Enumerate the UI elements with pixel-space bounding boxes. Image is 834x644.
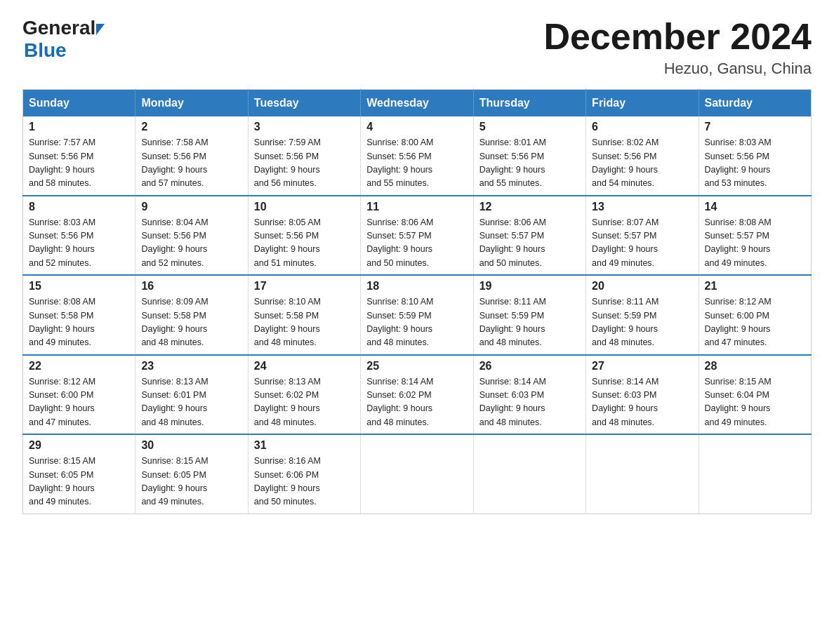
day-info: Sunrise: 8:03 AM Sunset: 5:56 PM Dayligh…	[705, 136, 805, 191]
col-header-tuesday: Tuesday	[248, 90, 360, 117]
day-number: 24	[254, 360, 355, 373]
calendar-cell: 6 Sunrise: 8:02 AM Sunset: 5:56 PM Dayli…	[586, 116, 699, 196]
day-info: Sunrise: 8:10 AM Sunset: 5:59 PM Dayligh…	[366, 295, 467, 350]
day-number: 3	[254, 121, 355, 133]
day-number: 8	[29, 201, 129, 213]
calendar-cell: 11 Sunrise: 8:06 AM Sunset: 5:57 PM Dayl…	[361, 196, 473, 276]
calendar-cell: 25 Sunrise: 8:14 AM Sunset: 6:02 PM Dayl…	[361, 355, 473, 435]
day-info: Sunrise: 7:57 AM Sunset: 5:56 PM Dayligh…	[29, 136, 129, 191]
day-info: Sunrise: 8:14 AM Sunset: 6:02 PM Dayligh…	[366, 375, 467, 430]
day-info: Sunrise: 8:15 AM Sunset: 6:04 PM Dayligh…	[705, 375, 805, 430]
col-header-friday: Friday	[586, 90, 699, 117]
day-info: Sunrise: 8:12 AM Sunset: 6:00 PM Dayligh…	[705, 295, 805, 350]
day-number: 20	[592, 280, 692, 293]
day-number: 29	[29, 439, 129, 452]
day-number: 6	[592, 121, 692, 133]
calendar-cell: 26 Sunrise: 8:14 AM Sunset: 6:03 PM Dayl…	[473, 355, 585, 435]
calendar-cell: 27 Sunrise: 8:14 AM Sunset: 6:03 PM Dayl…	[586, 355, 699, 435]
day-number: 28	[705, 360, 805, 373]
title-area: December 2024 Hezuo, Gansu, China	[543, 17, 812, 78]
day-info: Sunrise: 8:11 AM Sunset: 5:59 PM Dayligh…	[592, 295, 692, 350]
col-header-wednesday: Wednesday	[361, 90, 473, 117]
calendar-cell: 16 Sunrise: 8:09 AM Sunset: 5:58 PM Dayl…	[135, 275, 248, 355]
calendar-cell: 14 Sunrise: 8:08 AM Sunset: 5:57 PM Dayl…	[699, 196, 811, 276]
day-info: Sunrise: 7:58 AM Sunset: 5:56 PM Dayligh…	[141, 136, 241, 191]
day-number: 25	[366, 360, 467, 373]
day-number: 1	[29, 121, 129, 133]
col-header-sunday: Sunday	[23, 90, 135, 117]
col-header-saturday: Saturday	[699, 90, 811, 117]
day-number: 19	[479, 280, 580, 293]
day-number: 31	[254, 439, 355, 452]
day-number: 10	[254, 201, 355, 213]
day-info: Sunrise: 8:07 AM Sunset: 5:57 PM Dayligh…	[592, 216, 692, 271]
calendar-cell: 3 Sunrise: 7:59 AM Sunset: 5:56 PM Dayli…	[248, 116, 360, 196]
calendar-cell: 2 Sunrise: 7:58 AM Sunset: 5:56 PM Dayli…	[135, 116, 248, 196]
logo-arrow-icon	[96, 24, 105, 35]
day-info: Sunrise: 8:03 AM Sunset: 5:56 PM Dayligh…	[29, 216, 129, 271]
logo-general-text: General	[22, 17, 95, 39]
day-number: 12	[479, 201, 580, 213]
page-header: General Blue December 2024 Hezuo, Gansu,…	[22, 17, 812, 78]
day-info: Sunrise: 8:15 AM Sunset: 6:05 PM Dayligh…	[141, 455, 241, 509]
calendar-cell: 5 Sunrise: 8:01 AM Sunset: 5:56 PM Dayli…	[473, 116, 585, 196]
day-number: 9	[141, 201, 241, 213]
calendar-cell	[586, 434, 699, 514]
calendar-cell	[699, 434, 811, 514]
logo: General Blue	[22, 17, 105, 62]
calendar-cell: 31 Sunrise: 8:16 AM Sunset: 6:06 PM Dayl…	[248, 434, 360, 514]
day-info: Sunrise: 8:08 AM Sunset: 5:58 PM Dayligh…	[29, 295, 129, 350]
day-info: Sunrise: 8:00 AM Sunset: 5:56 PM Dayligh…	[366, 136, 467, 191]
day-number: 11	[366, 201, 467, 213]
calendar-cell: 17 Sunrise: 8:10 AM Sunset: 5:58 PM Dayl…	[248, 275, 360, 355]
calendar-cell: 15 Sunrise: 8:08 AM Sunset: 5:58 PM Dayl…	[23, 275, 135, 355]
day-info: Sunrise: 8:16 AM Sunset: 6:06 PM Dayligh…	[254, 455, 355, 509]
calendar-cell: 28 Sunrise: 8:15 AM Sunset: 6:04 PM Dayl…	[699, 355, 811, 435]
location-title: Hezuo, Gansu, China	[543, 60, 812, 78]
day-number: 4	[366, 121, 467, 133]
col-header-monday: Monday	[135, 90, 248, 117]
calendar-cell: 29 Sunrise: 8:15 AM Sunset: 6:05 PM Dayl…	[23, 434, 135, 514]
calendar-cell: 12 Sunrise: 8:06 AM Sunset: 5:57 PM Dayl…	[473, 196, 585, 276]
day-info: Sunrise: 8:06 AM Sunset: 5:57 PM Dayligh…	[366, 216, 467, 271]
day-info: Sunrise: 8:02 AM Sunset: 5:56 PM Dayligh…	[592, 136, 692, 191]
day-number: 30	[141, 439, 241, 452]
day-info: Sunrise: 8:01 AM Sunset: 5:56 PM Dayligh…	[479, 136, 580, 191]
month-title: December 2024	[543, 17, 812, 57]
calendar-cell: 20 Sunrise: 8:11 AM Sunset: 5:59 PM Dayl…	[586, 275, 699, 355]
day-number: 14	[705, 201, 805, 213]
calendar-cell: 9 Sunrise: 8:04 AM Sunset: 5:56 PM Dayli…	[135, 196, 248, 276]
day-info: Sunrise: 8:13 AM Sunset: 6:02 PM Dayligh…	[254, 375, 355, 430]
day-number: 22	[29, 360, 129, 373]
day-number: 16	[141, 280, 241, 293]
day-info: Sunrise: 8:10 AM Sunset: 5:58 PM Dayligh…	[254, 295, 355, 350]
day-info: Sunrise: 7:59 AM Sunset: 5:56 PM Dayligh…	[254, 136, 355, 191]
day-info: Sunrise: 8:05 AM Sunset: 5:56 PM Dayligh…	[254, 216, 355, 271]
calendar-cell: 13 Sunrise: 8:07 AM Sunset: 5:57 PM Dayl…	[586, 196, 699, 276]
day-number: 13	[592, 201, 692, 213]
day-info: Sunrise: 8:04 AM Sunset: 5:56 PM Dayligh…	[141, 216, 241, 271]
day-number: 26	[479, 360, 580, 373]
calendar-cell: 19 Sunrise: 8:11 AM Sunset: 5:59 PM Dayl…	[473, 275, 585, 355]
day-number: 27	[592, 360, 692, 373]
day-info: Sunrise: 8:08 AM Sunset: 5:57 PM Dayligh…	[705, 216, 805, 271]
day-number: 18	[366, 280, 467, 293]
calendar-cell: 30 Sunrise: 8:15 AM Sunset: 6:05 PM Dayl…	[135, 434, 248, 514]
calendar-cell: 8 Sunrise: 8:03 AM Sunset: 5:56 PM Dayli…	[23, 196, 135, 276]
day-number: 23	[141, 360, 241, 373]
day-info: Sunrise: 8:12 AM Sunset: 6:00 PM Dayligh…	[29, 375, 129, 430]
calendar-cell: 22 Sunrise: 8:12 AM Sunset: 6:00 PM Dayl…	[23, 355, 135, 435]
calendar-cell: 23 Sunrise: 8:13 AM Sunset: 6:01 PM Dayl…	[135, 355, 248, 435]
calendar-cell: 4 Sunrise: 8:00 AM Sunset: 5:56 PM Dayli…	[361, 116, 473, 196]
day-number: 2	[141, 121, 241, 133]
calendar-cell: 7 Sunrise: 8:03 AM Sunset: 5:56 PM Dayli…	[699, 116, 811, 196]
calendar-cell: 21 Sunrise: 8:12 AM Sunset: 6:00 PM Dayl…	[699, 275, 811, 355]
day-info: Sunrise: 8:09 AM Sunset: 5:58 PM Dayligh…	[141, 295, 241, 350]
day-info: Sunrise: 8:11 AM Sunset: 5:59 PM Dayligh…	[479, 295, 580, 350]
logo-blue-text: Blue	[24, 39, 67, 61]
day-info: Sunrise: 8:06 AM Sunset: 5:57 PM Dayligh…	[479, 216, 580, 271]
calendar-table: SundayMondayTuesdayWednesdayThursdayFrid…	[22, 89, 812, 514]
day-number: 15	[29, 280, 129, 293]
day-info: Sunrise: 8:14 AM Sunset: 6:03 PM Dayligh…	[479, 375, 580, 430]
calendar-cell	[473, 434, 585, 514]
